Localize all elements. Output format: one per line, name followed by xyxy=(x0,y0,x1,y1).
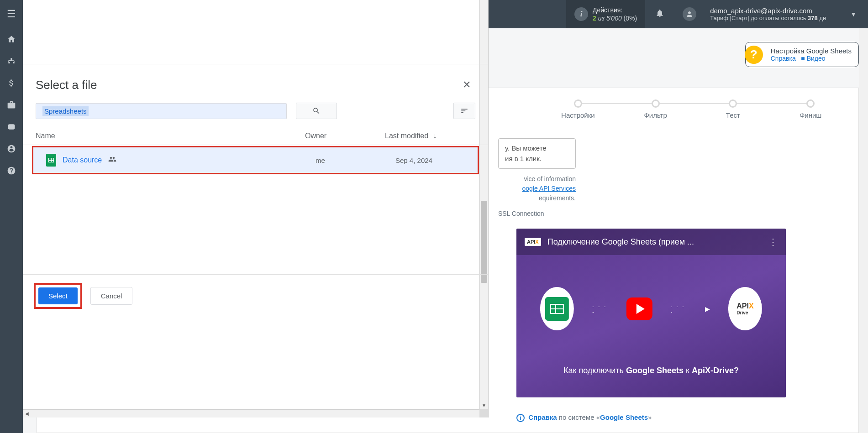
sort-button[interactable] xyxy=(453,103,475,119)
dollar-icon xyxy=(7,78,16,88)
actions-label: Действия: xyxy=(593,6,637,14)
modal-close-button[interactable]: ✕ xyxy=(459,77,474,93)
shared-icon xyxy=(108,155,116,165)
chevron-down-icon[interactable]: ▼ xyxy=(839,10,868,18)
page-scrollbar[interactable] xyxy=(859,28,868,433)
bell-icon xyxy=(655,9,664,18)
file-picker-modal: ▼ ◀ Select a file ✕ Spreadsheets Name Ow… xyxy=(23,0,489,417)
file-owner: me xyxy=(316,157,395,164)
arrow-down-icon: ↓ xyxy=(433,132,437,140)
actions-count: 2 xyxy=(593,15,596,22)
file-list-header: Name Owner Last modified ↓ xyxy=(23,127,488,145)
filter-chip[interactable]: Spreadsheets xyxy=(36,103,287,119)
modal-footer: Select Cancel xyxy=(23,274,488,317)
info-circle-icon: i xyxy=(516,414,525,422)
step-test[interactable]: Тест xyxy=(694,99,772,119)
ssl-label: SSL Connection xyxy=(498,210,818,217)
youtube-icon xyxy=(7,122,16,131)
home-icon xyxy=(7,35,16,44)
video-logo: APIX xyxy=(525,238,541,246)
avatar-icon xyxy=(683,7,696,21)
user-icon xyxy=(7,144,16,153)
sort-az-icon xyxy=(460,107,468,115)
sidebar-help[interactable] xyxy=(0,160,23,182)
hamburger-icon: ☰ xyxy=(7,8,16,20)
modal-title: Select a file xyxy=(36,78,97,92)
sidebar xyxy=(0,28,23,433)
sitemap-icon xyxy=(7,57,16,66)
user-menu[interactable]: demo_apix-drive@apix-drive.com Тариф |Ст… xyxy=(674,0,839,28)
briefcase-icon xyxy=(7,100,16,110)
sidebar-home[interactable] xyxy=(0,28,23,50)
search-icon xyxy=(312,107,321,115)
cancel-button[interactable]: Cancel xyxy=(90,287,133,305)
sidebar-billing[interactable] xyxy=(0,72,23,94)
select-button[interactable]: Select xyxy=(38,287,78,304)
file-name: Data source xyxy=(63,156,102,164)
video-caption: Как подключить Google Sheets к ApiX-Driv… xyxy=(516,366,786,376)
file-row[interactable]: Data source me Sep 4, 2024 xyxy=(32,146,479,174)
help-link[interactable]: Справка xyxy=(771,55,796,62)
question-icon xyxy=(7,166,16,175)
actions-of: из xyxy=(598,15,605,22)
help-reference: i Справка по системе «Google Sheets» xyxy=(516,413,818,422)
right-column: у. Вы можете ия в 1 клик. vice of inform… xyxy=(498,138,818,422)
apix-circle: APIXDrive xyxy=(728,287,762,330)
video-menu-icon[interactable]: ⋮ xyxy=(768,236,778,247)
help-box-icon: ? xyxy=(745,46,763,64)
sheets-circle xyxy=(540,287,574,330)
sidebar-connections[interactable] xyxy=(0,50,23,72)
actions-total: 5'000 xyxy=(606,15,622,22)
step-finish[interactable]: Финиш xyxy=(772,99,849,119)
info-icon: i xyxy=(574,7,588,21)
play-button[interactable] xyxy=(626,297,652,320)
video-link[interactable]: Видео xyxy=(807,55,826,62)
video-embed[interactable]: APIX Подключение Google Sheets (прием ..… xyxy=(516,229,786,397)
api-services-link[interactable]: oogle API Services xyxy=(522,185,576,192)
notifications-button[interactable] xyxy=(645,9,674,20)
sidebar-tools[interactable] xyxy=(0,94,23,116)
sidebar-account[interactable] xyxy=(0,138,23,160)
sheets-file-icon xyxy=(46,154,56,167)
actions-pct: (0%) xyxy=(624,15,637,22)
spravka-link[interactable]: Справка xyxy=(528,413,557,421)
user-email: demo_apix-drive@apix-drive.com xyxy=(710,7,826,15)
video-camera-icon: ■ xyxy=(801,55,805,62)
actions-info[interactable]: i Действия: 2 из 5'000 (0%) xyxy=(566,0,645,28)
video-title: Подключение Google Sheets (прием ... xyxy=(547,237,762,247)
sidebar-video[interactable] xyxy=(0,116,23,138)
hamburger-button[interactable]: ☰ xyxy=(0,0,23,28)
help-title: Настройка Google Sheets xyxy=(771,47,852,55)
col-name[interactable]: Name xyxy=(36,132,305,140)
col-owner[interactable]: Owner xyxy=(305,132,385,140)
help-box: ? Настройка Google Sheets Справка ■ Виде… xyxy=(745,42,859,67)
search-button[interactable] xyxy=(296,103,337,119)
step-settings[interactable]: Настройки xyxy=(539,99,617,119)
col-modified[interactable]: Last modified ↓ xyxy=(385,132,475,140)
step-filter[interactable]: Фильтр xyxy=(617,99,694,119)
progress-steps: Настройки Фильтр Тест Финиш xyxy=(539,99,849,119)
file-date: Sep 4, 2024 xyxy=(395,157,465,164)
